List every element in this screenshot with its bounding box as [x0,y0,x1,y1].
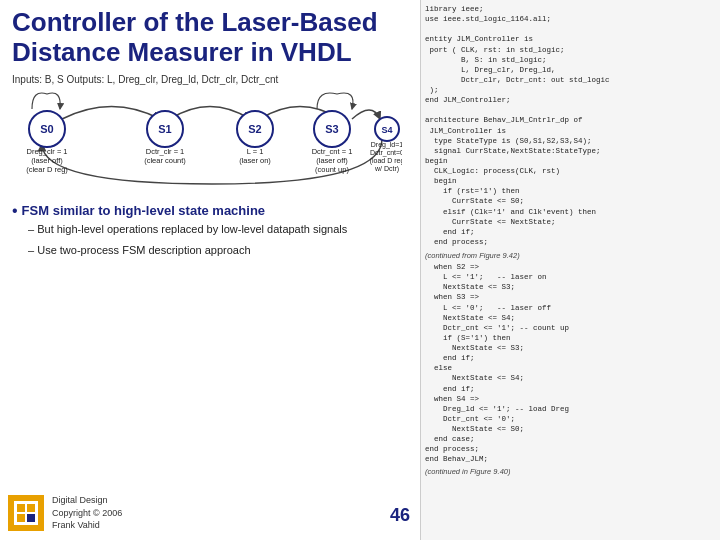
svg-text:Dreg_clr = 1: Dreg_clr = 1 [26,147,67,156]
bullet-sub-2: Use two-process FSM description approach [28,243,408,258]
svg-rect-25 [27,504,35,512]
svg-text:Dctr_clr = 1: Dctr_clr = 1 [146,147,185,156]
svg-text:(load D reg: (load D reg [370,157,402,165]
logo-box [8,495,44,531]
bullet-main-text: FSM similar to high-level state machine [22,203,265,218]
code-top: library ieee; use ieee.std_logic_1164.al… [425,4,716,247]
svg-rect-26 [17,514,25,522]
svg-text:(count up): (count up) [315,165,349,174]
fsm-diagram: S0 S1 S2 S3 S4 Dreg_clr = 1 (laser off) … [12,89,402,199]
svg-text:(laser off): (laser off) [316,156,348,165]
svg-text:Dctr_cnt=0: Dctr_cnt=0 [370,149,402,157]
svg-text:S3: S3 [325,123,338,135]
svg-text:S0: S0 [40,123,53,135]
svg-text:L = 1: L = 1 [247,147,264,156]
io-line: Inputs: B, S Outputs: L, Dreg_clr, Dreg_… [12,74,408,85]
code-bottom: when S2 => L <= '1'; -- laser on NextSta… [425,262,716,465]
bullet-section: • FSM similar to high-level state machin… [12,203,408,259]
left-panel: Controller of the Laser-Based Distance M… [0,0,420,540]
bullet-dot: • [12,203,18,219]
svg-text:(clear D reg): (clear D reg) [26,165,68,174]
svg-text:S2: S2 [248,123,261,135]
svg-rect-27 [27,514,35,522]
code-continued2-label: (continued in Figure 9.40) [425,467,716,476]
bottom-left: Digital DesignCopyright © 2006Frank Vahi… [8,494,122,532]
svg-rect-24 [17,504,25,512]
bullet-main-item: • FSM similar to high-level state machin… [12,203,408,222]
page-number: 46 [390,505,410,526]
code-continued-label: (continued from Figure 9.42) [425,251,716,260]
svg-text:w/ Dctr): w/ Dctr) [374,165,399,173]
logo-inner [14,501,38,525]
fsm-svg: S0 S1 S2 S3 S4 Dreg_clr = 1 (laser off) … [12,89,402,199]
bullet-sub-1: But high-level operations replaced by lo… [28,222,408,237]
copyright-text: Digital DesignCopyright © 2006Frank Vahi… [52,494,122,532]
svg-text:(laser on): (laser on) [239,156,271,165]
svg-text:S4: S4 [381,125,392,135]
slide-title: Controller of the Laser-Based Distance M… [12,8,408,68]
right-panel: library ieee; use ieee.std_logic_1164.al… [420,0,720,540]
svg-text:Dreg_ld=1: Dreg_ld=1 [371,141,402,149]
svg-text:(clear count): (clear count) [144,156,186,165]
svg-text:S1: S1 [158,123,171,135]
svg-text:(laser off): (laser off) [31,156,63,165]
svg-text:Dctr_cnt = 1: Dctr_cnt = 1 [312,147,353,156]
